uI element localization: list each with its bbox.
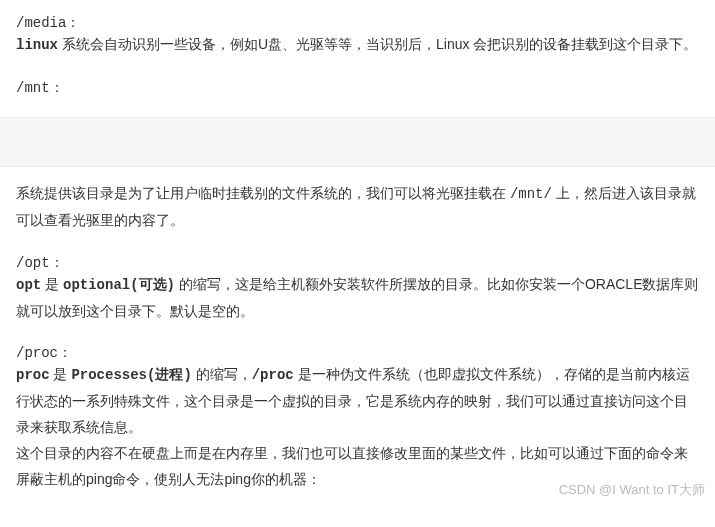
separator-band [0,117,715,167]
proc-text1: 是 [50,366,72,382]
mnt-description: 系统提供该目录是为了让用户临时挂载别的文件系统的，我们可以将光驱挂载在 /mnt… [16,181,699,234]
media-text: 系统会自动识别一些设备，例如U盘、光驱等等，当识别后，Linux 会把识别的设备… [58,36,697,52]
spacer [16,59,699,73]
keyword-processes: Processes(进程) [71,367,191,383]
keyword-linux: linux [16,37,58,53]
keyword-proc-path: /proc [252,367,294,383]
keyword-optional: optional(可选) [63,277,175,293]
opt-text1: 是 [41,276,63,292]
opt-description: opt 是 optional(可选) 的缩写，这是给主机额外安装软件所摆放的目录… [16,272,699,325]
mnt-path-code: /mnt/ [510,186,552,202]
keyword-proc: proc [16,367,50,383]
keyword-opt: opt [16,277,41,293]
proc-description-1: proc 是 Processes(进程) 的缩写，/proc 是一种伪文件系统（… [16,362,699,441]
mnt-text-pre: 系统提供该目录是为了让用户临时挂载别的文件系统的，我们可以将光驱挂载在 [16,185,510,201]
proc-description-2: 这个目录的内容不在硬盘上而是在内存里，我们也可以直接修改里面的某些文件，比如可以… [16,441,699,493]
opt-heading: /opt： [16,254,699,272]
spacer [16,324,699,338]
top-panel: /media： linux 系统会自动识别一些设备，例如U盘、光驱等等，当识别后… [0,0,715,117]
media-heading: /media： [16,14,699,32]
media-description: linux 系统会自动识别一些设备，例如U盘、光驱等等，当识别后，Linux 会… [16,32,699,59]
proc-text2: 的缩写， [192,366,252,382]
spacer [16,234,699,248]
bottom-panel: 系统提供该目录是为了让用户临时挂载别的文件系统的，我们可以将光驱挂载在 /mnt… [0,167,715,503]
mnt-heading: /mnt： [16,79,699,97]
proc-heading: /proc： [16,344,699,362]
